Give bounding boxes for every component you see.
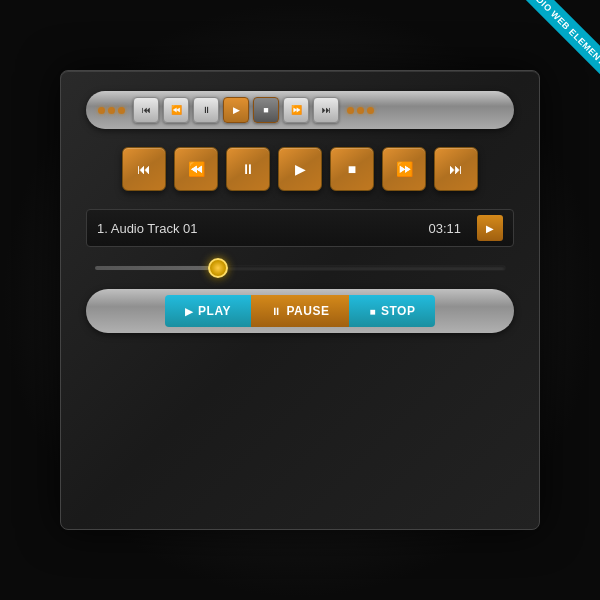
action-bar: ▶ PLAY ⏸ PAUSE ■ STOP: [86, 289, 514, 333]
skip-fwd-square-btn[interactable]: ⏭: [434, 147, 478, 191]
dot-1: [98, 107, 105, 114]
transport-bar: ⏮ ⏪ ⏸ ▶ ■ ⏩ ⏭: [86, 91, 514, 129]
ribbon-label: AUDIO WEB ELEMENTS: [519, 0, 600, 77]
play-btn[interactable]: ▶: [223, 97, 249, 123]
next-btn[interactable]: ⏩: [283, 97, 309, 123]
play-action-label: PLAY: [198, 304, 231, 318]
play-action-btn[interactable]: ▶ PLAY: [165, 295, 251, 327]
play-action-icon: ▶: [185, 306, 194, 317]
slider-fill: [95, 266, 218, 270]
skip-back-btn[interactable]: ⏮: [133, 97, 159, 123]
stop-square-btn[interactable]: ■: [330, 147, 374, 191]
stop-action-label: STOP: [381, 304, 415, 318]
track-name: 1. Audio Track 01: [97, 221, 420, 236]
prev-square-btn[interactable]: ⏪: [174, 147, 218, 191]
next-square-btn[interactable]: ⏩: [382, 147, 426, 191]
pause-square-btn[interactable]: ⏸: [226, 147, 270, 191]
skip-back-square-btn[interactable]: ⏮: [122, 147, 166, 191]
dots-left: [94, 107, 129, 114]
slider-section: [86, 265, 514, 271]
main-panel: ⏮ ⏪ ⏸ ▶ ■ ⏩ ⏭ ⏮ ⏪ ⏸ ▶ ■ ⏩ ⏭ 1. Audio Tra…: [60, 70, 540, 530]
stop-btn[interactable]: ■: [253, 97, 279, 123]
pause-action-btn[interactable]: ⏸ PAUSE: [251, 295, 349, 327]
track-row: 1. Audio Track 01 03:11 ▶: [86, 209, 514, 247]
pause-action-icon: ⏸: [271, 306, 282, 317]
pause-action-label: PAUSE: [286, 304, 329, 318]
skip-fwd-btn[interactable]: ⏭: [313, 97, 339, 123]
pause-btn[interactable]: ⏸: [193, 97, 219, 123]
stop-action-icon: ■: [369, 306, 376, 317]
track-play-btn[interactable]: ▶: [477, 215, 503, 241]
dot-2: [108, 107, 115, 114]
dot-4: [347, 107, 354, 114]
slider-track[interactable]: [94, 265, 506, 271]
dot-6: [367, 107, 374, 114]
button-grid: ⏮ ⏪ ⏸ ▶ ■ ⏩ ⏭: [122, 147, 478, 191]
play-square-btn[interactable]: ▶: [278, 147, 322, 191]
slider-thumb[interactable]: [208, 258, 228, 278]
dot-5: [357, 107, 364, 114]
prev-btn[interactable]: ⏪: [163, 97, 189, 123]
dots-right: [343, 107, 378, 114]
dot-3: [118, 107, 125, 114]
stop-action-btn[interactable]: ■ STOP: [349, 295, 435, 327]
corner-ribbon: AUDIO WEB ELEMENTS: [490, 0, 600, 110]
track-time: 03:11: [428, 221, 461, 236]
